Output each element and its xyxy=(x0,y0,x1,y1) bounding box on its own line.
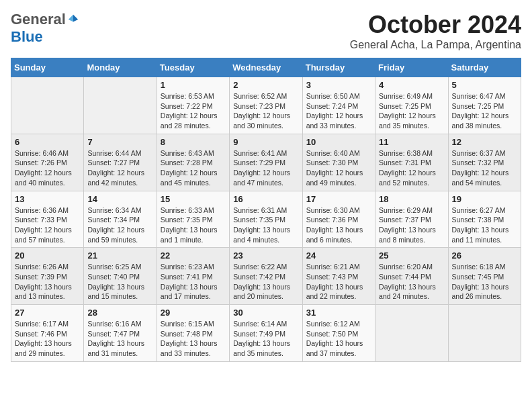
day-detail: Sunrise: 6:38 AMSunset: 7:31 PMDaylight:… xyxy=(379,148,444,188)
table-row: 1Sunrise: 6:53 AMSunset: 7:22 PMDaylight… xyxy=(157,77,229,134)
day-number: 20 xyxy=(15,250,80,261)
day-number: 6 xyxy=(15,137,80,147)
day-detail: Sunrise: 6:23 AMSunset: 7:41 PMDaylight:… xyxy=(161,262,226,302)
table-row: 2Sunrise: 6:52 AMSunset: 7:23 PMDaylight… xyxy=(230,77,302,134)
page-header: General Blue October 2024 General Acha, … xyxy=(11,11,521,51)
logo-general: General xyxy=(11,11,66,28)
day-number: 27 xyxy=(15,308,80,318)
day-detail: Sunrise: 6:30 AMSunset: 7:36 PMDaylight:… xyxy=(306,205,371,245)
table-row: 6Sunrise: 6:46 AMSunset: 7:26 PMDaylight… xyxy=(11,134,84,191)
day-number: 18 xyxy=(379,194,444,204)
day-number: 24 xyxy=(306,250,371,261)
days-of-week-row: SundayMondayTuesdayWednesdayThursdayFrid… xyxy=(11,58,521,77)
logo: General Blue xyxy=(11,11,79,46)
week-row-3: 13Sunrise: 6:36 AMSunset: 7:33 PMDayligh… xyxy=(11,191,521,248)
table-row: 23Sunrise: 6:22 AMSunset: 7:42 PMDayligh… xyxy=(230,248,302,305)
day-detail: Sunrise: 6:31 AMSunset: 7:35 PMDaylight:… xyxy=(233,205,298,245)
table-row: 30Sunrise: 6:14 AMSunset: 7:49 PMDayligh… xyxy=(230,305,302,362)
logo-icon xyxy=(67,13,79,26)
table-row: 15Sunrise: 6:33 AMSunset: 7:35 PMDayligh… xyxy=(157,191,229,248)
day-number: 9 xyxy=(233,137,298,147)
title-block: October 2024 General Acha, La Pampa, Arg… xyxy=(350,11,521,51)
day-detail: Sunrise: 6:44 AMSunset: 7:27 PMDaylight:… xyxy=(87,148,152,188)
day-detail: Sunrise: 6:40 AMSunset: 7:30 PMDaylight:… xyxy=(306,148,371,188)
day-number: 2 xyxy=(233,80,298,90)
day-number: 8 xyxy=(161,137,226,147)
day-detail: Sunrise: 6:18 AMSunset: 7:45 PMDaylight:… xyxy=(452,262,517,302)
day-detail: Sunrise: 6:15 AMSunset: 7:48 PMDaylight:… xyxy=(161,319,226,359)
day-detail: Sunrise: 6:14 AMSunset: 7:49 PMDaylight:… xyxy=(233,319,298,359)
day-number: 1 xyxy=(161,80,226,90)
header-tuesday: Tuesday xyxy=(157,58,229,77)
week-row-1: 1Sunrise: 6:53 AMSunset: 7:22 PMDaylight… xyxy=(11,77,521,134)
table-row: 25Sunrise: 6:20 AMSunset: 7:44 PMDayligh… xyxy=(375,248,448,305)
header-monday: Monday xyxy=(84,58,157,77)
header-friday: Friday xyxy=(375,58,448,77)
week-row-2: 6Sunrise: 6:46 AMSunset: 7:26 PMDaylight… xyxy=(11,134,521,191)
table-row: 8Sunrise: 6:43 AMSunset: 7:28 PMDaylight… xyxy=(157,134,229,191)
table-row: 16Sunrise: 6:31 AMSunset: 7:35 PMDayligh… xyxy=(230,191,302,248)
day-detail: Sunrise: 6:53 AMSunset: 7:22 PMDaylight:… xyxy=(161,91,226,131)
table-row: 4Sunrise: 6:49 AMSunset: 7:25 PMDaylight… xyxy=(375,77,448,134)
day-detail: Sunrise: 6:46 AMSunset: 7:26 PMDaylight:… xyxy=(15,148,80,188)
day-detail: Sunrise: 6:25 AMSunset: 7:40 PMDaylight:… xyxy=(87,262,152,302)
table-row xyxy=(84,77,157,134)
table-row: 26Sunrise: 6:18 AMSunset: 7:45 PMDayligh… xyxy=(448,248,521,305)
table-row: 11Sunrise: 6:38 AMSunset: 7:31 PMDayligh… xyxy=(375,134,448,191)
table-row xyxy=(448,305,521,362)
table-row: 13Sunrise: 6:36 AMSunset: 7:33 PMDayligh… xyxy=(11,191,84,248)
day-number: 3 xyxy=(306,80,371,90)
day-detail: Sunrise: 6:47 AMSunset: 7:25 PMDaylight:… xyxy=(452,91,517,131)
day-detail: Sunrise: 6:16 AMSunset: 7:47 PMDaylight:… xyxy=(87,319,152,359)
day-number: 7 xyxy=(87,137,152,147)
day-number: 31 xyxy=(306,308,371,318)
table-row: 7Sunrise: 6:44 AMSunset: 7:27 PMDaylight… xyxy=(84,134,157,191)
table-row xyxy=(375,305,448,362)
day-detail: Sunrise: 6:36 AMSunset: 7:33 PMDaylight:… xyxy=(15,205,80,245)
day-number: 11 xyxy=(379,137,444,147)
table-row: 17Sunrise: 6:30 AMSunset: 7:36 PMDayligh… xyxy=(302,191,375,248)
table-row: 20Sunrise: 6:26 AMSunset: 7:39 PMDayligh… xyxy=(11,248,84,305)
table-row: 12Sunrise: 6:37 AMSunset: 7:32 PMDayligh… xyxy=(448,134,521,191)
day-number: 26 xyxy=(452,250,517,261)
table-row: 27Sunrise: 6:17 AMSunset: 7:46 PMDayligh… xyxy=(11,305,84,362)
day-detail: Sunrise: 6:34 AMSunset: 7:34 PMDaylight:… xyxy=(87,205,152,245)
day-number: 29 xyxy=(161,308,226,318)
day-detail: Sunrise: 6:26 AMSunset: 7:39 PMDaylight:… xyxy=(15,262,80,302)
header-thursday: Thursday xyxy=(302,58,375,77)
day-number: 4 xyxy=(379,80,444,90)
day-detail: Sunrise: 6:37 AMSunset: 7:32 PMDaylight:… xyxy=(452,148,517,188)
day-detail: Sunrise: 6:22 AMSunset: 7:42 PMDaylight:… xyxy=(233,262,298,302)
day-detail: Sunrise: 6:43 AMSunset: 7:28 PMDaylight:… xyxy=(161,148,226,188)
table-row: 22Sunrise: 6:23 AMSunset: 7:41 PMDayligh… xyxy=(157,248,229,305)
week-row-4: 20Sunrise: 6:26 AMSunset: 7:39 PMDayligh… xyxy=(11,248,521,305)
day-detail: Sunrise: 6:29 AMSunset: 7:37 PMDaylight:… xyxy=(379,205,444,245)
table-row: 9Sunrise: 6:41 AMSunset: 7:29 PMDaylight… xyxy=(230,134,302,191)
table-row: 19Sunrise: 6:27 AMSunset: 7:38 PMDayligh… xyxy=(448,191,521,248)
day-number: 28 xyxy=(87,308,152,318)
day-number: 22 xyxy=(161,250,226,261)
day-number: 25 xyxy=(379,250,444,261)
table-row: 10Sunrise: 6:40 AMSunset: 7:30 PMDayligh… xyxy=(302,134,375,191)
header-sunday: Sunday xyxy=(11,58,84,77)
day-detail: Sunrise: 6:17 AMSunset: 7:46 PMDaylight:… xyxy=(15,319,80,359)
logo-blue: Blue xyxy=(11,28,43,45)
day-number: 21 xyxy=(87,250,152,261)
day-number: 5 xyxy=(452,80,517,90)
day-detail: Sunrise: 6:50 AMSunset: 7:24 PMDaylight:… xyxy=(306,91,371,131)
calendar-body: 1Sunrise: 6:53 AMSunset: 7:22 PMDaylight… xyxy=(11,77,521,362)
day-number: 19 xyxy=(452,194,517,204)
table-row: 29Sunrise: 6:15 AMSunset: 7:48 PMDayligh… xyxy=(157,305,229,362)
day-detail: Sunrise: 6:27 AMSunset: 7:38 PMDaylight:… xyxy=(452,205,517,245)
header-wednesday: Wednesday xyxy=(230,58,302,77)
day-number: 17 xyxy=(306,194,371,204)
table-row: 5Sunrise: 6:47 AMSunset: 7:25 PMDaylight… xyxy=(448,77,521,134)
day-number: 23 xyxy=(233,250,298,261)
location-subtitle: General Acha, La Pampa, Argentina xyxy=(350,39,521,51)
day-detail: Sunrise: 6:52 AMSunset: 7:23 PMDaylight:… xyxy=(233,91,298,131)
day-detail: Sunrise: 6:20 AMSunset: 7:44 PMDaylight:… xyxy=(379,262,444,302)
day-number: 16 xyxy=(233,194,298,204)
day-number: 14 xyxy=(87,194,152,204)
table-row: 3Sunrise: 6:50 AMSunset: 7:24 PMDaylight… xyxy=(302,77,375,134)
day-number: 12 xyxy=(452,137,517,147)
